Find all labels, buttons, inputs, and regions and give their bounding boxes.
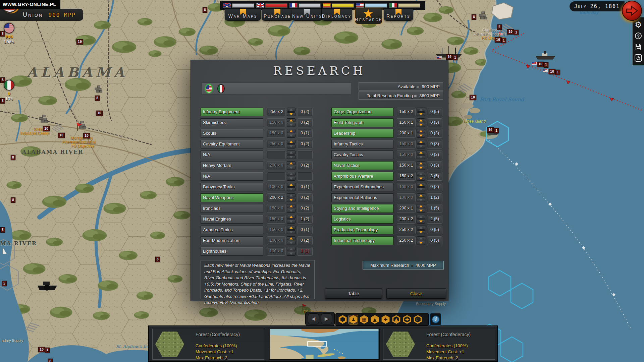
menu-new-units[interactable]: New Units xyxy=(292,9,323,21)
decrease-investment-button[interactable] xyxy=(417,220,425,224)
save-icon[interactable] xyxy=(634,43,642,51)
research-item-label[interactable]: Logistics xyxy=(331,215,393,224)
close-button[interactable]: Close xyxy=(386,288,446,299)
decrease-investment-button[interactable] xyxy=(287,123,296,127)
combat-table-icon[interactable]: ▦ xyxy=(360,315,369,324)
decrease-investment-button[interactable] xyxy=(417,134,425,138)
reinforce-icon[interactable]: ✚ xyxy=(381,315,390,324)
settings-gear-icon[interactable]: ⚙ xyxy=(634,21,642,29)
minimap[interactable] xyxy=(269,329,380,360)
research-item-label[interactable]: Cavalry Tactics xyxy=(331,150,393,159)
decrease-investment-button[interactable] xyxy=(287,134,296,138)
research-item-label[interactable]: Lighthouses xyxy=(201,247,263,256)
research-item-label[interactable]: Armored Trains xyxy=(201,226,263,234)
increase-investment-button[interactable] xyxy=(417,150,425,155)
research-item-label[interactable]: Infantry Equipment xyxy=(201,108,263,116)
increase-investment-button[interactable] xyxy=(417,236,425,240)
elite-upgrade-icon[interactable]: ▲ xyxy=(392,315,401,324)
increase-investment-button[interactable] xyxy=(417,140,425,144)
decrease-investment-button[interactable] xyxy=(417,230,425,234)
usa-flag-tab[interactable] xyxy=(205,84,213,93)
decrease-investment-button[interactable] xyxy=(417,198,425,202)
sleep-icon[interactable]: ☾ xyxy=(413,315,422,324)
research-item-label[interactable]: Experimental Submarines xyxy=(331,183,393,191)
increase-investment-button[interactable] xyxy=(287,108,296,112)
research-item-label[interactable]: Field Telegraph xyxy=(331,118,393,127)
next-unit-button[interactable]: ▶ xyxy=(321,313,332,324)
research-item-label[interactable]: Corps Organization xyxy=(331,108,393,116)
table-button[interactable]: Table xyxy=(325,288,382,299)
menu-research[interactable]: ★ Research xyxy=(355,9,382,24)
decrease-investment-button[interactable] xyxy=(417,209,425,213)
increase-investment-button[interactable] xyxy=(417,183,425,187)
increase-investment-button[interactable] xyxy=(417,108,425,112)
research-item-label[interactable]: Spying and Intelligence xyxy=(331,204,393,213)
increase-investment-button[interactable] xyxy=(417,193,425,197)
research-item-label[interactable]: Scouts xyxy=(201,129,263,138)
elite-reinforce-icon[interactable]: ✚ xyxy=(402,315,412,324)
decrease-investment-button[interactable] xyxy=(287,230,296,234)
diplomacy-slot-uk[interactable] xyxy=(256,3,287,8)
research-item-label[interactable]: Buoyancy Tanks xyxy=(201,183,263,191)
increase-investment-button[interactable] xyxy=(287,204,296,208)
increase-investment-button[interactable] xyxy=(287,129,296,133)
end-turn-button[interactable] xyxy=(622,1,642,21)
decrease-investment-button[interactable] xyxy=(287,155,296,159)
decrease-investment-button[interactable] xyxy=(417,166,425,170)
diplomacy-slot-mexico[interactable] xyxy=(389,3,420,8)
research-item-label[interactable]: Industrial Technology xyxy=(331,236,393,245)
help-icon[interactable]: ? xyxy=(634,32,642,40)
decrease-investment-button[interactable] xyxy=(287,198,296,202)
decrease-investment-button[interactable] xyxy=(287,220,296,224)
menu-reports[interactable]: Reports xyxy=(384,9,413,21)
menu-purchase[interactable]: Purchase xyxy=(262,9,293,21)
decrease-investment-button[interactable] xyxy=(417,241,425,245)
power-icon[interactable] xyxy=(634,54,642,62)
increase-investment-button[interactable] xyxy=(417,129,425,133)
decrease-investment-button[interactable] xyxy=(417,177,425,181)
increase-investment-button[interactable] xyxy=(287,226,296,230)
unit-icon[interactable]: ♟ xyxy=(349,315,358,324)
decrease-investment-button[interactable] xyxy=(287,112,296,116)
decrease-investment-button[interactable] xyxy=(417,155,425,159)
research-item-label[interactable]: Skirmishers xyxy=(201,118,263,127)
increase-investment-button[interactable] xyxy=(417,118,425,122)
diplomacy-slot-spain[interactable] xyxy=(323,3,354,8)
research-item-label[interactable]: Heavy Mortars xyxy=(201,161,263,170)
increase-investment-button[interactable] xyxy=(287,183,296,187)
decrease-investment-button[interactable] xyxy=(417,112,425,116)
increase-investment-button[interactable] xyxy=(287,215,296,219)
decrease-investment-button[interactable] xyxy=(287,252,296,256)
increase-investment-button[interactable] xyxy=(417,215,425,219)
increase-investment-button[interactable] xyxy=(417,161,425,165)
diplomacy-slot-csa[interactable] xyxy=(223,3,254,8)
research-item-label[interactable]: Naval Tactics xyxy=(331,161,393,170)
increase-investment-button[interactable] xyxy=(287,161,296,165)
research-item-label[interactable]: Naval Weapons xyxy=(201,193,263,202)
increase-investment-button[interactable] xyxy=(417,172,425,176)
increase-investment-button[interactable] xyxy=(417,226,425,230)
research-item-label[interactable]: Cavalry Equipment xyxy=(201,140,263,148)
increase-investment-button[interactable] xyxy=(287,193,296,197)
decrease-investment-button[interactable] xyxy=(287,166,296,170)
research-item-label[interactable]: Production Technology xyxy=(331,226,393,234)
increase-investment-button[interactable] xyxy=(287,236,296,240)
decrease-investment-button[interactable] xyxy=(417,187,425,191)
research-item-label[interactable]: N/A xyxy=(201,172,263,181)
research-item-label[interactable]: Leadership xyxy=(331,129,393,138)
diplomacy-slot-france[interactable] xyxy=(289,3,321,8)
research-item-label[interactable]: Infantry Tactics xyxy=(331,140,393,148)
decrease-investment-button[interactable] xyxy=(417,123,425,127)
increase-investment-button[interactable] xyxy=(287,140,296,144)
decrease-investment-button[interactable] xyxy=(287,209,296,213)
decrease-investment-button[interactable] xyxy=(287,177,296,181)
decrease-investment-button[interactable] xyxy=(417,144,425,148)
decrease-investment-button[interactable] xyxy=(287,241,296,245)
decrease-investment-button[interactable] xyxy=(287,144,296,148)
increase-investment-button[interactable] xyxy=(287,247,296,251)
research-item-label[interactable]: Experimental Balloons xyxy=(331,193,393,202)
increase-investment-button[interactable] xyxy=(287,150,296,155)
increase-investment-button[interactable] xyxy=(287,172,296,176)
research-item-label[interactable]: Fort Modernization xyxy=(201,236,263,245)
increase-investment-button[interactable] xyxy=(287,118,296,122)
